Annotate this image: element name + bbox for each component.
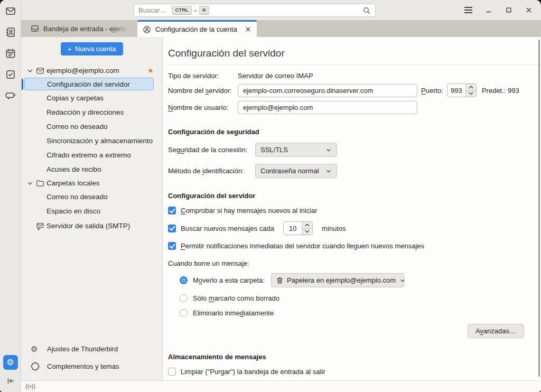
settings-space-button-active[interactable]: ⚙ xyxy=(3,355,18,370)
tree-item-label: Correo no deseado xyxy=(46,123,108,130)
status-bar: ((•)) xyxy=(21,380,541,392)
addons-themes-item[interactable]: Complementos y temas xyxy=(21,358,162,375)
chevron-down-icon[interactable] xyxy=(26,180,36,187)
tree-item-sync-storage[interactable]: Sincronización y almacenamiento xyxy=(21,134,162,147)
content-area: + Nueva cuenta ejemplo@ejemplo.com ★ Con… xyxy=(21,37,541,380)
notifications-checkbox[interactable] xyxy=(168,242,176,250)
tree-item-junk[interactable]: Correo no deseado xyxy=(21,120,162,133)
delete-move-radio[interactable] xyxy=(180,276,188,284)
minimize-button[interactable] xyxy=(485,6,492,14)
storage-heading: Almacenamiento de mensajes xyxy=(168,353,541,361)
tree-account-root[interactable]: ejemplo@ejemplo.com ★ xyxy=(21,64,162,77)
username-label: Nombre de usuario: xyxy=(168,104,238,111)
chevron-down-icon xyxy=(399,277,406,284)
connection-security-value: SSL/TLS xyxy=(260,146,322,154)
new-account-label: Nueva cuenta xyxy=(75,45,116,53)
chevron-down-icon xyxy=(305,230,310,233)
check-startup-label: Comprobar si hay mensajes nuevos al inic… xyxy=(181,207,318,214)
check-startup-row: Comprobar si hay mensajes nuevos al inic… xyxy=(168,207,541,214)
cleanup-checkbox[interactable] xyxy=(168,368,176,376)
vertical-scrollbar[interactable] xyxy=(538,40,540,377)
tree-item-server-settings[interactable]: Configuración del servidor xyxy=(24,78,154,90)
auth-method-select[interactable]: Contraseña normal xyxy=(255,164,337,178)
chevron-down-icon xyxy=(325,168,332,174)
chevron-down-icon xyxy=(469,92,473,95)
chevron-up-icon xyxy=(469,86,473,89)
chat-space-button[interactable] xyxy=(5,90,16,101)
search-icon xyxy=(362,6,371,15)
check-interval-row: Buscar nuevos mensajes cada minutos xyxy=(168,221,541,235)
tab-inbox[interactable]: Bandeja de entrada - ejemplo@ejem xyxy=(25,20,137,37)
app-menu-button[interactable] xyxy=(464,10,472,11)
mail-account-icon xyxy=(36,67,45,75)
account-settings-icon xyxy=(143,25,151,34)
tree-footer: ⚙ Ajustes de Thunderbird Complementos y … xyxy=(21,340,162,380)
delete-mark-radio[interactable] xyxy=(180,294,188,302)
connection-security-select[interactable]: SSL/TLS xyxy=(255,143,337,157)
maximize-icon xyxy=(505,6,512,14)
spin-down-button[interactable] xyxy=(302,229,312,235)
port-label: Puerto: xyxy=(421,87,443,95)
delete-remove-radio[interactable] xyxy=(180,309,188,317)
delete-remove-row: Eliminarlo inmediatamente xyxy=(180,309,541,317)
window-controls xyxy=(464,6,533,14)
tasks-space-button[interactable] xyxy=(5,69,16,80)
spin-up-button[interactable] xyxy=(466,84,476,91)
server-name-input[interactable] xyxy=(238,84,417,97)
delete-mark-label: Sólo marcarlo como borrado xyxy=(193,294,279,302)
tree-local-folders[interactable]: Carpetas locales xyxy=(21,176,162,190)
check-startup-checkbox[interactable] xyxy=(168,207,176,214)
tree-item-label: Copias y carpetas xyxy=(46,94,104,102)
tree-item-label: Cifrado extremo a extremo xyxy=(46,151,131,159)
tree-item-disk-space[interactable]: Espacio en disco xyxy=(21,204,162,218)
port-default: Predet.: 993 xyxy=(482,87,519,95)
delete-remove-label: Eliminarlo inmediatamente xyxy=(193,309,274,317)
mail-space-button[interactable] xyxy=(5,5,16,17)
close-tab-button[interactable] xyxy=(245,26,251,33)
tree-item-receipts[interactable]: Acuses de recibo xyxy=(21,163,162,176)
collapse-spaces-button[interactable] xyxy=(6,376,15,386)
check-interval-prefix: Buscar nuevos mensajes cada xyxy=(181,225,274,232)
calendar-space-button[interactable] xyxy=(5,48,16,59)
tree-item-e2e[interactable]: Cifrado extremo a extremo xyxy=(21,148,162,162)
chevron-down-icon[interactable] xyxy=(26,67,36,74)
tree-item-label: Correo no deseado xyxy=(46,193,108,201)
delete-move-label: Moverlo a esta carpeta: xyxy=(193,276,266,284)
chevron-up-icon xyxy=(305,223,310,227)
thunderbird-settings-item[interactable]: ⚙ Ajustes de Thunderbird xyxy=(21,340,162,358)
account-settings-pane: Configuración del servidor Tipo de servi… xyxy=(163,37,541,380)
trash-folder-value: Papelera en ejemplo@ejemplo.com xyxy=(287,276,396,284)
close-window-button[interactable] xyxy=(525,6,533,14)
new-account-button[interactable]: + Nueva cuenta xyxy=(61,42,123,55)
window-body: Buscar… CTRL + K xyxy=(21,0,541,392)
notifications-row: Permitir notificaciones inmediatas del s… xyxy=(168,242,541,250)
outgoing-server-icon xyxy=(36,222,45,230)
username-input[interactable] xyxy=(238,101,417,114)
check-interval-checkbox[interactable] xyxy=(168,225,176,232)
tree-item-local-junk[interactable]: Correo no deseado xyxy=(21,190,162,203)
interval-input[interactable] xyxy=(284,222,302,235)
tab-inbox-label: Bandeja de entrada - ejemplo@ejem xyxy=(43,25,128,33)
tree-item-copies-folders[interactable]: Copias y carpetas xyxy=(21,91,162,105)
close-icon xyxy=(525,6,533,14)
tab-account-settings[interactable]: Configuración de la cuenta xyxy=(137,20,257,37)
port-spinner xyxy=(447,83,477,97)
tree-item-smtp[interactable]: Servidor de salida (SMTP) xyxy=(21,219,162,232)
addons-themes-label: Complementos y temas xyxy=(47,362,119,370)
advanced-button[interactable]: Avanzadas… xyxy=(468,324,524,338)
tree-item-composition[interactable]: Redacción y direcciones xyxy=(21,106,162,119)
cleanup-row: Limpiar ("Purgar") la bandeja de entrada… xyxy=(168,368,541,376)
spin-up-button[interactable] xyxy=(302,222,312,229)
tree-item-label: Espacio en disco xyxy=(46,207,100,215)
maximize-button[interactable] xyxy=(505,6,512,14)
global-search-field[interactable]: Buscar… CTRL + K xyxy=(134,4,376,17)
network-status-icon: ((•)) xyxy=(25,384,35,389)
port-input[interactable] xyxy=(447,84,465,97)
puzzle-icon xyxy=(31,362,40,371)
addressbook-space-button[interactable] xyxy=(5,26,16,38)
spin-down-button[interactable] xyxy=(466,91,476,97)
check-interval-suffix: minutos xyxy=(322,225,346,232)
advanced-row: Avanzadas… xyxy=(168,324,524,338)
trash-folder-select[interactable]: Papelera en ejemplo@ejemplo.com xyxy=(271,273,404,287)
calendar-icon xyxy=(5,48,16,59)
